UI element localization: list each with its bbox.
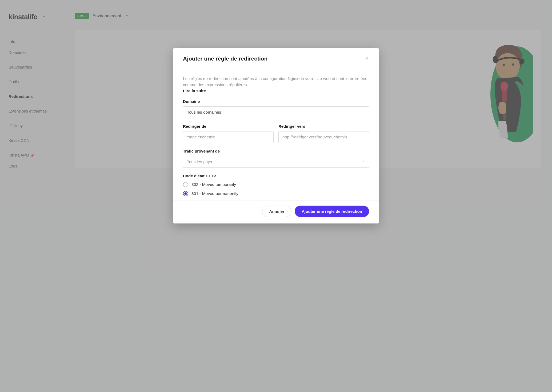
add-redirect-modal: Ajouter une règle de redirection Les règ… (173, 48, 379, 223)
redirect-to-label: Rediriger vers (278, 124, 369, 129)
traffic-from-placeholder: Tous les pays (187, 159, 212, 164)
read-more-link[interactable]: Lire la suite (183, 89, 369, 93)
submit-button[interactable]: Ajouter une règle de redirection (295, 206, 369, 217)
domain-label: Domaine (183, 99, 369, 104)
radio-301[interactable]: 301 - Moved permanently (183, 191, 369, 196)
radio-302[interactable]: 302 - Moved temporarily (183, 182, 369, 187)
modal-body: Les règles de redirection sont ajoutées … (173, 68, 379, 201)
modal-overlay[interactable]: Ajouter une règle de redirection Les règ… (0, 0, 552, 392)
modal-title: Ajouter une règle de redirection (183, 55, 267, 62)
radio-icon (183, 182, 188, 187)
radio-301-label: 301 - Moved permanently (191, 191, 238, 196)
modal-description: Les règles de redirection sont ajoutées … (183, 75, 369, 88)
domain-select[interactable]: Tous les domaines (183, 106, 369, 118)
traffic-from-label: Trafic provenant de (183, 149, 369, 153)
traffic-from-select[interactable]: Tous les pays (183, 156, 369, 168)
radio-icon (183, 191, 188, 196)
redirect-from-input[interactable] (183, 131, 274, 143)
modal-header: Ajouter une règle de redirection (173, 48, 379, 68)
close-icon[interactable] (365, 56, 369, 61)
modal-footer: Annuler Ajouter une règle de redirection (173, 201, 379, 223)
cancel-button[interactable]: Annuler (262, 206, 292, 217)
http-status-label: Code d'état HTTP (183, 174, 369, 178)
chevron-down-icon (362, 110, 365, 114)
radio-302-label: 302 - Moved temporarily (191, 182, 236, 187)
domain-select-value: Tous les domaines (187, 110, 221, 115)
chevron-down-icon (362, 160, 365, 164)
redirect-from-label: Rediriger de (183, 124, 274, 129)
redirect-row: Rediriger de Rediriger vers (183, 124, 369, 143)
redirect-to-input[interactable] (278, 131, 369, 143)
